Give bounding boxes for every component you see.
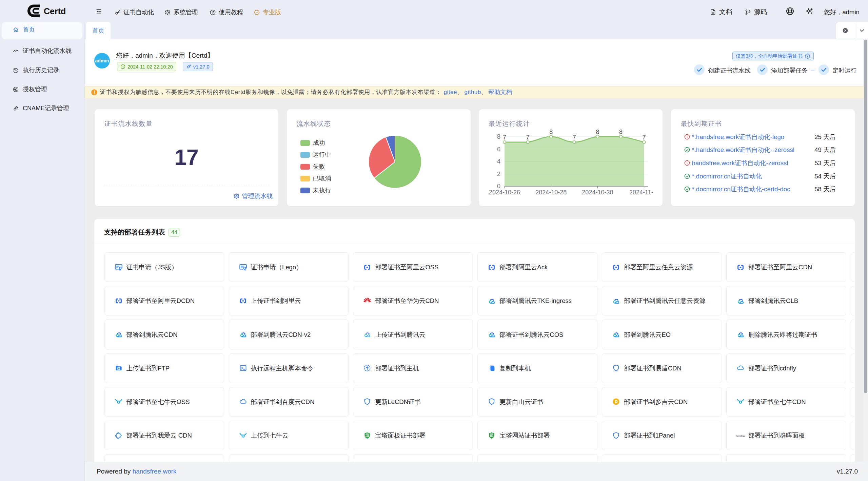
svg-text:2: 2 [497, 171, 500, 177]
svg-text:2024-10-28: 2024-10-28 [535, 189, 567, 196]
svg-text:7: 7 [643, 134, 646, 141]
svg-text:7: 7 [573, 134, 576, 141]
svg-text:8: 8 [619, 129, 623, 135]
svg-text:8: 8 [596, 129, 599, 135]
svg-text:2024-10-30: 2024-10-30 [582, 189, 613, 196]
svg-text:6: 6 [497, 146, 500, 153]
svg-text:4: 4 [497, 158, 500, 165]
svg-text:2024-11-: 2024-11- [629, 189, 653, 196]
svg-text:7: 7 [503, 134, 506, 141]
svg-text:8: 8 [549, 129, 553, 135]
svg-text:Synology: Synology [736, 434, 745, 437]
svg-text:8: 8 [497, 133, 500, 140]
svg-text:7: 7 [526, 134, 530, 141]
svg-text:0: 0 [497, 183, 500, 190]
svg-text:2024-10-26: 2024-10-26 [489, 189, 520, 196]
